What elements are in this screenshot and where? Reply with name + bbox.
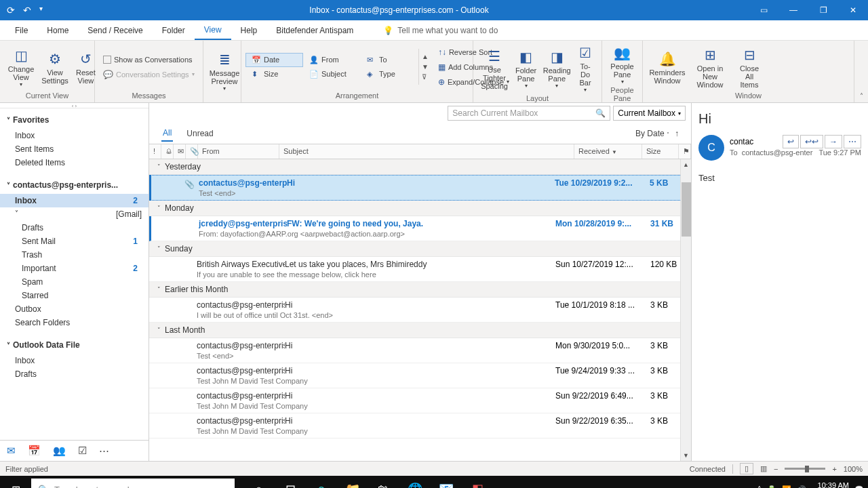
taskbar-search[interactable]: 🔍Type here to search	[31, 479, 235, 488]
folder-outbox[interactable]: Outbox	[0, 302, 149, 316]
scrollbar[interactable]: ▲ ▼	[680, 159, 691, 461]
reading-pane-button[interactable]: ◨Reading Pane▾	[540, 46, 573, 90]
message-row[interactable]: contactus@psg-enterpris...HiSun 9/22/201…	[149, 388, 691, 413]
fav-sent[interactable]: Sent Items	[0, 142, 149, 156]
fav-inbox[interactable]: Inbox	[0, 129, 149, 142]
tab-help[interactable]: Help	[231, 20, 267, 40]
col-received[interactable]: Received ▼	[574, 144, 642, 159]
tell-me-search[interactable]: 💡Tell me what you want to do	[383, 26, 498, 35]
message-preview-button[interactable]: ≣Message Preview▾	[208, 49, 241, 93]
scroll-down-icon[interactable]: ▼	[681, 450, 691, 461]
open-new-window-button[interactable]: ⊞Open in New Window	[688, 44, 732, 90]
folder-drafts[interactable]: Drafts	[0, 221, 149, 235]
tray-clock[interactable]: 10:39 AM 10/30/2019	[812, 481, 849, 488]
message-row[interactable]: British Airways Executive ...Let us take…	[149, 257, 691, 282]
show-conversations-checkbox[interactable]: Show as Conversations	[99, 52, 197, 67]
qat-sendreceive-icon[interactable]: ⟳	[7, 5, 15, 16]
close-button[interactable]: ✕	[838, 0, 868, 20]
gallery-down-icon[interactable]: ▼	[419, 62, 431, 72]
outlook-icon[interactable]: 📧	[431, 476, 461, 488]
todo-bar-button[interactable]: ☑To-Do Bar▾	[573, 42, 597, 94]
maximize-button[interactable]: ❐	[808, 0, 838, 20]
group-earlier[interactable]: ˅Earlier this Month	[149, 282, 691, 298]
search-scope-dropdown[interactable]: Current Mailbox▾	[613, 106, 686, 121]
tab-file[interactable]: File	[5, 20, 37, 40]
view-reading-button[interactable]: ▥	[760, 464, 767, 473]
tab-folder[interactable]: Folder	[153, 20, 195, 40]
message-row[interactable]: contactus@psg-enterpris...HiTue 9/24/201…	[149, 363, 691, 388]
qat-undo-icon[interactable]: ↶	[23, 5, 31, 16]
col-importance[interactable]: !	[149, 144, 161, 159]
tray-volume-icon[interactable]: 🔊	[797, 485, 806, 489]
conversation-settings-button[interactable]: 💬Conversation Settings▾	[99, 67, 199, 82]
nav-expand-handle[interactable]: ‹ ›	[0, 103, 149, 108]
group-yesterday[interactable]: ˅Yesterday	[149, 159, 691, 175]
scroll-thumb[interactable]	[682, 182, 691, 237]
reply-all-button[interactable]: ↩↩	[800, 135, 823, 148]
col-flag[interactable]: ⚑	[679, 144, 691, 159]
cortana-icon[interactable]: ○	[244, 476, 274, 488]
zoom-slider[interactable]	[785, 468, 825, 470]
reply-button[interactable]: ↩	[783, 135, 799, 148]
mail-icon[interactable]: ✉	[7, 445, 16, 457]
edge-icon[interactable]: e	[307, 476, 336, 488]
arrange-subject-button[interactable]: 📄Subject	[303, 67, 361, 81]
explorer-icon[interactable]: 📁	[338, 476, 368, 488]
zoom-in-button[interactable]: +	[832, 465, 836, 473]
sort-dropdown[interactable]: By Date ˅	[635, 129, 669, 138]
search-icon[interactable]: 🔍	[595, 108, 606, 118]
folder-spam[interactable]: Spam	[0, 275, 149, 289]
qat-customize-icon[interactable]: ▾	[39, 5, 43, 16]
folder-important[interactable]: Important2	[0, 262, 149, 275]
minimize-button[interactable]: —	[778, 0, 808, 20]
message-row[interactable]: contactus@psg-enterpris...HiTue 10/1/201…	[149, 298, 691, 323]
more-icon[interactable]: ⋯	[99, 445, 109, 457]
more-actions-button[interactable]: ⋯	[844, 135, 861, 148]
tray-battery-icon[interactable]: 🔋	[767, 485, 776, 489]
tab-home[interactable]: Home	[37, 20, 78, 40]
col-attachment[interactable]: 📎	[186, 144, 198, 159]
message-row[interactable]: jcreddy@psg-enterprises...FW: We're goin…	[149, 216, 691, 241]
filter-all[interactable]: All	[161, 125, 173, 142]
favorites-header[interactable]: ˅Favorites	[0, 111, 149, 129]
group-sunday[interactable]: ˅Sunday	[149, 241, 691, 257]
col-from[interactable]: From	[198, 144, 279, 159]
folder-sentmail[interactable]: Sent Mail1	[0, 235, 149, 248]
group-monday[interactable]: ˅Monday	[149, 201, 691, 216]
tab-bitdefender[interactable]: Bitdefender Antispam	[267, 20, 363, 40]
arrange-date-button[interactable]: 📅Date	[245, 53, 303, 67]
tray-notifications-icon[interactable]: 💬	[854, 485, 864, 489]
arrange-from-button[interactable]: 👤From	[303, 53, 361, 67]
scroll-up-icon[interactable]: ▲	[681, 159, 691, 170]
folder-search[interactable]: Search Folders	[0, 316, 149, 329]
close-all-button[interactable]: ⊟Close All Items	[732, 44, 766, 90]
arrange-to-button[interactable]: ✉To	[361, 53, 418, 67]
odf-drafts[interactable]: Drafts	[0, 367, 149, 381]
search-input[interactable]: Search Current Mailbox🔍	[448, 106, 610, 121]
reminders-window-button[interactable]: 🔔Reminders Window	[647, 48, 688, 86]
people-icon[interactable]: 👥	[53, 445, 66, 457]
col-icon[interactable]: ✉	[174, 144, 186, 159]
folder-pane-button[interactable]: ◧Folder Pane▾	[511, 46, 540, 90]
sort-direction-icon[interactable]: ↑	[675, 129, 679, 138]
fav-deleted[interactable]: Deleted Items	[0, 156, 149, 169]
account-header[interactable]: ˅contactus@psg-enterpris...	[0, 176, 149, 194]
change-view-button[interactable]: ◫Change View▾	[4, 45, 38, 89]
tab-view[interactable]: View	[195, 20, 231, 40]
odf-header[interactable]: ˅Outlook Data File	[0, 336, 149, 354]
calendar-icon[interactable]: 📅	[28, 445, 41, 457]
col-size[interactable]: Size	[642, 144, 679, 159]
group-lastmonth[interactable]: ˅Last Month	[149, 323, 691, 338]
message-row[interactable]: 📎 contactus@psg-enterpris...HiTue 10/29/…	[149, 175, 691, 201]
store-icon[interactable]: 🛍	[369, 476, 399, 488]
ribbon-display-icon[interactable]: ▭	[749, 0, 778, 20]
tighter-spacing-button[interactable]: ☰Use Tighter Spacing	[477, 45, 511, 92]
arrange-type-button[interactable]: ◈Type	[361, 67, 418, 81]
tray-wifi-icon[interactable]: 📶	[782, 485, 791, 489]
folder-gmail[interactable]: ˅[Gmail]	[0, 207, 149, 221]
folder-trash[interactable]: Trash	[0, 248, 149, 262]
odf-inbox[interactable]: Inbox	[0, 354, 149, 367]
view-normal-button[interactable]: ▯	[740, 463, 753, 474]
gallery-more-icon[interactable]: ⊽	[419, 72, 431, 82]
tasks-icon[interactable]: ☑	[78, 445, 87, 457]
